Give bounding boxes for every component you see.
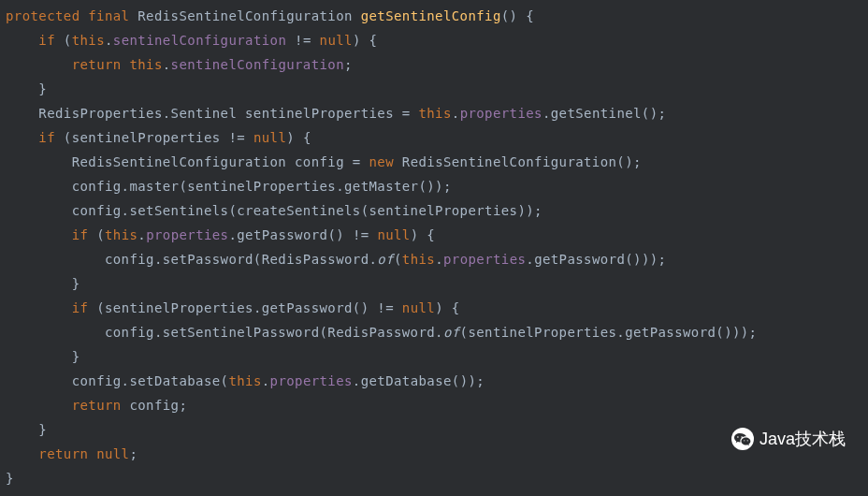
code-token: properties: [270, 373, 353, 388]
code-token: of: [377, 252, 394, 267]
code-token: RedisSentinelConfiguration config =: [72, 154, 369, 169]
code-token: (: [64, 33, 72, 48]
code-token: .getPassword() !=: [228, 227, 377, 242]
code-token: RedisProperties.Sentinel sentinelPropert…: [38, 106, 418, 121]
code-token: return null: [38, 446, 129, 461]
code-token: this: [105, 227, 137, 242]
code-token: if: [72, 227, 97, 242]
code-token: null: [402, 300, 435, 315]
code-token: .getPassword()));: [526, 252, 666, 267]
code-token: }: [38, 422, 47, 437]
code-token: new: [369, 154, 401, 169]
watermark-text: Java技术栈: [760, 427, 846, 451]
code-token: config.setSentinelPassword(RedisPassword…: [105, 325, 443, 340]
code-token: getSentinelConfig: [361, 8, 501, 23]
code-token: ) {: [411, 227, 436, 242]
wechat-icon: [731, 428, 754, 450]
code-token: this: [72, 33, 105, 48]
code-token: of: [443, 325, 460, 340]
code-token: .: [163, 57, 171, 72]
code-token: properties: [443, 252, 526, 267]
code-block: protected final RedisSentinelConfigurati…: [0, 0, 868, 494]
code-token: (sentinelProperties.getPassword() !=: [96, 300, 402, 315]
code-token: }: [38, 81, 47, 96]
code-token: ) {: [286, 130, 311, 145]
code-token: () {: [501, 8, 534, 23]
code-token: .: [262, 373, 270, 388]
code-token: sentinelConfiguration: [113, 33, 286, 48]
code-token: !=: [286, 33, 319, 48]
code-token: (sentinelProperties.getPassword()));: [460, 325, 758, 340]
code-token: (: [394, 252, 402, 267]
code-token: config.setPassword(RedisPassword.: [105, 252, 377, 267]
code-token: config.master(sentinelProperties.getMast…: [72, 179, 452, 194]
code-token: }: [6, 471, 14, 486]
code-token: RedisSentinelConfiguration: [137, 8, 360, 23]
code-token: ) {: [435, 300, 460, 315]
code-token: this: [418, 106, 451, 121]
code-token: .getSentinel();: [542, 106, 666, 121]
code-token: .: [452, 106, 460, 121]
code-token: .: [105, 33, 113, 48]
code-token: null: [320, 33, 353, 48]
code-token: config;: [129, 398, 187, 413]
code-token: sentinelConfiguration: [171, 57, 344, 72]
code-token: properties: [460, 106, 542, 121]
code-token: null: [253, 130, 286, 145]
code-token: return this: [72, 57, 163, 72]
code-token: config.setDatabase(: [72, 373, 229, 388]
code-token: RedisSentinelConfiguration();: [402, 154, 642, 169]
code-token: ;: [129, 446, 137, 461]
code-token: return: [72, 398, 130, 413]
code-token: if: [72, 300, 97, 315]
code-token: .: [137, 227, 146, 242]
code-token: }: [72, 276, 80, 291]
code-token: protected final: [6, 8, 137, 23]
code-token: .getDatabase());: [353, 373, 485, 388]
code-token: properties: [146, 227, 228, 242]
code-token: (: [96, 227, 105, 242]
watermark: Java技术栈: [731, 427, 846, 451]
code-token: this: [228, 373, 261, 388]
code-token: ) {: [353, 33, 378, 48]
code-token: if: [38, 130, 64, 145]
code-token: config.setSentinels(createSentinels(sent…: [72, 203, 542, 218]
code-token: .: [435, 252, 443, 267]
code-token: null: [377, 227, 410, 242]
code-token: if: [38, 33, 64, 48]
code-token: ;: [344, 57, 353, 72]
code-token: this: [402, 252, 435, 267]
code-token: }: [72, 349, 80, 364]
code-token: (sentinelProperties !=: [64, 130, 253, 145]
